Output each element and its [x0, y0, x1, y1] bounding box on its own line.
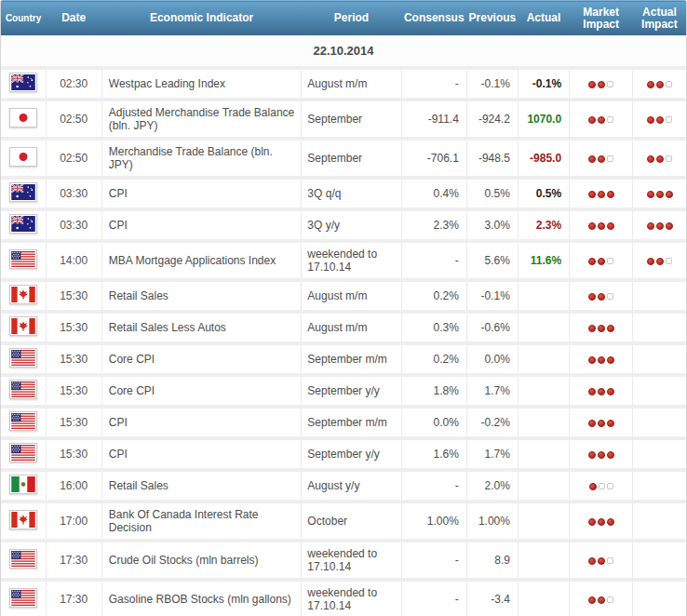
market-impact-cell — [570, 209, 633, 241]
actual-value: 2.3% — [536, 219, 561, 232]
table-row[interactable]: 17:00Bank Of Canada Interest Rate Decisi… — [1, 502, 686, 541]
table-row[interactable]: 03:30CPI3Q q/q0.4%0.5%0.5% — [1, 178, 686, 209]
calendar-date: 22.10.2014 — [1, 35, 686, 68]
actual-impact-cell — [633, 375, 686, 407]
consensus-value: - — [401, 580, 466, 616]
impact-dot-filled-icon — [588, 451, 596, 459]
table-row[interactable]: 02:50Merchandise Trade Balance (bln. JPY… — [1, 139, 686, 178]
consensus-value: 0.2% — [401, 280, 466, 312]
flag-mx-icon — [9, 475, 37, 494]
consensus-value: 2.3% — [401, 209, 466, 241]
country-cell — [1, 209, 46, 241]
market-impact-cell — [570, 438, 633, 470]
impact-dots — [588, 325, 614, 332]
actual-value-cell — [518, 407, 569, 438]
impact-dot-empty-icon — [666, 155, 672, 162]
impact-dot-filled-icon — [588, 191, 596, 198]
event-period: September — [302, 100, 401, 139]
market-impact-cell — [570, 100, 633, 139]
impact-dot-filled-icon — [588, 356, 596, 364]
impact-dot-empty-icon — [666, 258, 672, 264]
impact-dot-filled-icon — [607, 420, 614, 427]
flag-jp-icon — [9, 108, 37, 127]
market-impact-cell — [570, 280, 633, 312]
table-row[interactable]: 17:30Gasoline RBOB Stocks (mln gallons)w… — [1, 580, 686, 616]
market-impact-cell — [570, 407, 633, 438]
column-header-consensus: Consensus — [401, 1, 466, 36]
indicator-name: Crude Oil Stocks (mln barrels) — [101, 541, 302, 580]
impact-dot-filled-icon — [666, 222, 673, 230]
impact-dot-empty-icon — [607, 483, 613, 489]
country-cell — [1, 100, 46, 139]
previous-value: 1.7% — [466, 438, 518, 470]
table-row[interactable]: 15:30Retail SalesAugust m/m0.2%-0.1% — [1, 280, 686, 312]
event-time: 15:30 — [46, 438, 101, 470]
country-cell — [1, 343, 46, 375]
table-row[interactable]: 17:30Crude Oil Stocks (mln barrels)weeke… — [1, 541, 686, 580]
table-row[interactable]: 15:30CPISeptember m/m0.0%-0.2% — [1, 407, 686, 438]
actual-impact-cell — [633, 241, 686, 280]
column-header-actual-impact: Actual Impact — [633, 1, 686, 36]
impact-dot-filled-icon — [598, 356, 605, 364]
previous-value: 3.0% — [466, 209, 518, 241]
actual-value-cell — [518, 375, 569, 407]
impact-dot-filled-icon — [588, 81, 596, 88]
impact-dots — [588, 420, 614, 427]
impact-dot-filled-icon — [598, 155, 605, 163]
flag-us-icon — [9, 380, 37, 399]
table-row[interactable]: 03:30CPI3Q y/y2.3%3.0%2.3% — [1, 209, 686, 241]
impact-dot-filled-icon — [588, 557, 596, 565]
actual-value: -985.0 — [530, 152, 561, 165]
consensus-value: - — [401, 68, 466, 100]
previous-value: 0.5% — [466, 178, 518, 209]
flag-au-icon — [9, 73, 37, 92]
flag-ca-icon — [9, 316, 37, 336]
impact-dot-filled-icon — [647, 155, 654, 163]
table-row[interactable]: 02:30Westpac Leading IndexAugust m/m--0.… — [1, 68, 686, 100]
country-cell — [1, 280, 46, 312]
table-row[interactable]: 15:30Core CPISeptember m/m0.2%0.0% — [1, 343, 686, 375]
actual-value-cell: -0.1% — [518, 68, 569, 100]
table-row[interactable]: 14:00MBA Mortgage Applications Indexweek… — [1, 241, 686, 280]
table-row[interactable]: 15:30CPISeptember y/y1.6%1.7% — [1, 438, 686, 470]
consensus-value: 0.3% — [401, 312, 466, 343]
indicator-name: Westpac Leading Index — [101, 68, 302, 100]
table-row[interactable]: 15:30Core CPISeptember y/y1.8%1.7% — [1, 375, 686, 407]
table-row[interactable]: 15:30Retail Sales Less AutosAugust m/m0.… — [1, 312, 686, 343]
previous-value: -0.2% — [466, 407, 518, 438]
impact-dot-filled-icon — [588, 596, 596, 604]
impact-dot-filled-icon — [588, 420, 596, 427]
impact-dots — [588, 596, 613, 604]
previous-value: -0.1% — [466, 68, 518, 100]
impact-dot-filled-icon — [588, 222, 596, 230]
impact-dot-filled-icon — [647, 81, 654, 88]
impact-dot-empty-icon — [607, 81, 613, 87]
market-impact-cell — [570, 241, 633, 280]
actual-impact-cell — [633, 438, 686, 470]
indicator-name: CPI — [101, 438, 302, 470]
impact-dot-empty-icon — [607, 116, 613, 123]
event-period: weekended to 17.10.14 — [302, 580, 401, 616]
event-time: 15:30 — [46, 375, 101, 407]
table-row[interactable]: 02:50Adjusted Merchandise Trade Balance … — [1, 100, 686, 139]
event-period: August y/y — [302, 470, 401, 502]
economic-calendar-table: Country Date Economic Indicator Period C… — [1, 0, 686, 616]
actual-value-cell — [518, 312, 569, 343]
indicator-name: Core CPI — [101, 343, 302, 375]
indicator-name: Retail Sales — [101, 470, 302, 502]
event-period: August m/m — [302, 68, 401, 100]
consensus-value: -706.1 — [401, 139, 466, 178]
flag-us-icon — [9, 549, 37, 569]
actual-value-cell — [518, 280, 569, 312]
table-row[interactable]: 16:00Retail SalesAugust y/y-2.0% — [1, 470, 686, 502]
event-time: 16:00 — [46, 470, 101, 502]
event-period: September y/y — [302, 375, 401, 407]
impact-dots — [647, 116, 672, 124]
flag-us-icon — [9, 588, 37, 608]
consensus-value: 0.2% — [401, 343, 466, 375]
event-time: 03:30 — [46, 178, 101, 209]
actual-impact-cell — [633, 407, 686, 438]
actual-impact-cell — [633, 580, 686, 616]
country-cell — [1, 438, 46, 470]
impact-dot-filled-icon — [588, 155, 596, 163]
